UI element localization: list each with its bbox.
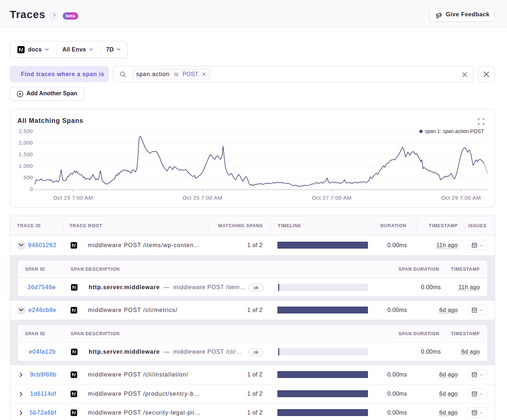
svg-text:2,000: 2,000 bbox=[19, 140, 33, 146]
svg-text:Oct 23 7:00 AM: Oct 23 7:00 AM bbox=[53, 195, 93, 201]
svg-text:500: 500 bbox=[24, 175, 33, 180]
svg-text:Oct 25 7:00 AM: Oct 25 7:00 AM bbox=[183, 195, 222, 201]
svg-text:1,500: 1,500 bbox=[19, 151, 33, 157]
svg-text:1,000: 1,000 bbox=[19, 163, 33, 169]
svg-text:0: 0 bbox=[30, 186, 33, 192]
svg-text:2,500: 2,500 bbox=[19, 128, 33, 134]
svg-text:Oct 27 7:00 AM: Oct 27 7:00 AM bbox=[312, 195, 352, 201]
svg-text:Oct 29 7:00 AM: Oct 29 7:00 AM bbox=[441, 195, 481, 201]
